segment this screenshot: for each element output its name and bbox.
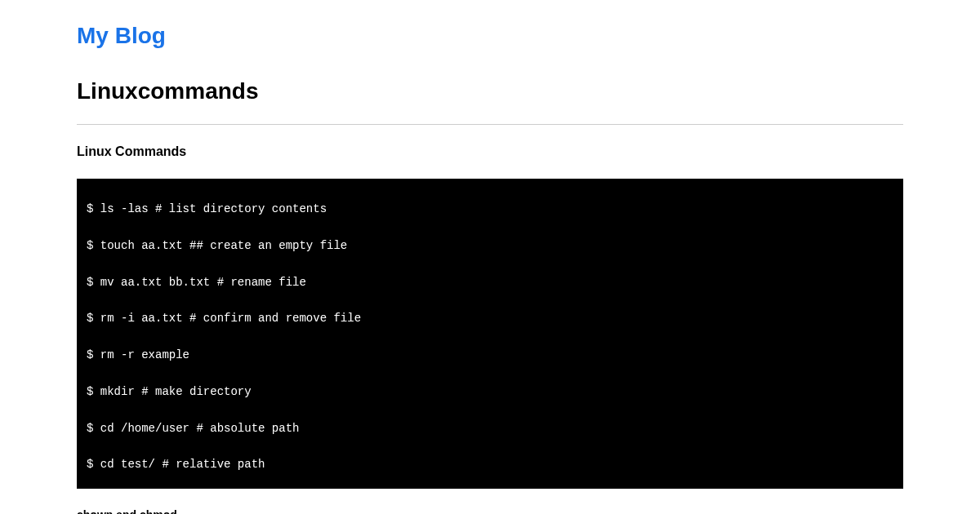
- site-title-link[interactable]: My Blog: [77, 23, 903, 49]
- page-title: Linuxcommands: [77, 78, 903, 104]
- section-heading: Linux Commands: [77, 144, 903, 159]
- divider: [77, 124, 903, 125]
- code-block: $ ls -las # list directory contents $ to…: [77, 179, 903, 489]
- sub-heading: chown and chmod: [77, 508, 903, 514]
